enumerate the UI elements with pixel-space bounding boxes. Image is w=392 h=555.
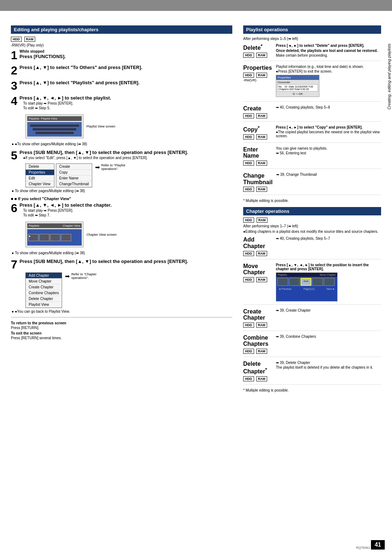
menu-enter-name: Enter Name <box>56 175 92 181</box>
step-2-main: Press [▲, ▼] to select "To Others" and p… <box>20 65 232 70</box>
step-4-main: Press [▲, ▼, ◄, ►] to select the playlis… <box>20 95 232 101</box>
ch-delete-hdd: HDD <box>243 376 254 381</box>
step-6-note1: To start play ➡ Press [ENTER]. <box>20 208 232 212</box>
op-delete-badges: HDD RAM <box>243 53 272 58</box>
op-delete-desc: Press [◄, ►] to select "Delete" and pres… <box>276 44 381 58</box>
step-7-main: Press [SUB MENU], then [▲, ▼] to select … <box>20 259 232 264</box>
step-4-note1: To start play ➡ Press [ENTER]. <box>20 101 232 105</box>
op-create-ram: RAM <box>256 113 268 118</box>
step-2-text: Press [▲, ▼] to select "To Others" and p… <box>20 65 232 70</box>
menu-create: Create <box>56 164 92 170</box>
ch-create-arrow: ➡ 39, Create Chapter <box>276 308 381 312</box>
chapter-menu-playlist: Playlist View <box>26 302 62 308</box>
ch-combine-ram: RAM <box>256 349 268 354</box>
op-change-thumbnail-desc: ➡ 39, Change Thumbnail <box>276 173 381 192</box>
left-column: Editing and playing playlists/chapters H… <box>11 25 236 530</box>
ch-op-create-label: CreateChapter HDD RAM <box>243 308 272 328</box>
footer-return-title: To return to the previous screen <box>11 321 232 325</box>
ch-op-move-label: MoveChapter HDD RAM <box>243 263 272 301</box>
step-1-label: While stopped <box>20 49 232 53</box>
step-5-note: ●If you select "Edit", press [▲, ▼] to s… <box>20 156 232 160</box>
ch-add-hdd: HDD <box>243 251 254 256</box>
menu-copy: Copy <box>56 170 92 175</box>
step-7-text: Press [SUB MENU], then [▲, ▼] to select … <box>20 259 232 264</box>
chapter-operations-section: Chapter operations HDD RAM After perform… <box>243 207 381 392</box>
step-7-number: 7 <box>11 259 17 270</box>
footer-divider <box>11 317 232 317</box>
rqt-number: RQT8361 <box>356 546 370 550</box>
ch-op-delete-desc: ➡ 39, Delete Chapter The playlist itself… <box>276 361 381 381</box>
ch-delete-ram: RAM <box>256 376 268 381</box>
move-chapter-mockup: PlaylistsMove Chapter Zone <box>276 272 338 301</box>
step-1-text: While stopped Press [FUNCTIONS]. <box>20 49 232 59</box>
op-delete: Delete* HDD RAM Press [◄, ►] to select "… <box>243 44 381 61</box>
ch-move-hdd: HDD <box>243 277 254 282</box>
menu-arrow-label: Refer to "Playlistoperations". <box>101 163 125 171</box>
properties-mockup: Properties Chronorder No. 10 Date 12/18/… <box>276 75 319 97</box>
ch-combine-badges: HDD RAM <box>243 349 272 354</box>
menu-properties: Properties <box>26 170 54 175</box>
op-enter-ram: RAM <box>256 161 268 166</box>
playlist-view-screen: Playlists Playlist View <box>25 114 83 138</box>
menu-arrow-area: ➡ Refer to "Playlistoperations". <box>95 163 125 171</box>
op-copy-desc-extra: ●The copied playlist becomes the newest … <box>276 130 381 138</box>
top-bar <box>0 0 392 11</box>
menu-edit: Edit <box>26 175 54 181</box>
op-copy-desc-bold: Press [◄, ►] to select "Copy" and press … <box>276 125 381 129</box>
right-column: Playlist operations After performing ste… <box>243 25 381 530</box>
step-1-main: Press [FUNCTIONS]. <box>20 54 232 59</box>
chapter-note: ●Editing chapters in a playlist does not… <box>243 230 381 234</box>
ch-op-move-desc: Press [▲, ▼, ◄, ►] to select the positio… <box>276 263 381 301</box>
step-7-back-note: ●You can go back to Playlist View. <box>11 309 232 313</box>
ch-add-ram: RAM <box>256 251 268 256</box>
ch-delete-arrow: ➡ 39, Delete Chapter <box>276 361 381 365</box>
menu-chapter-view: Chapter View <box>26 181 54 187</box>
ch-add-arrow: ➡ 40, Creating playlists, Step 5–7 <box>276 236 381 240</box>
chapter-footnote: * Multiple editing is possible. <box>243 388 381 392</box>
op-change-thumbnail-badges: HDD RAM <box>243 187 273 192</box>
op-delete-desc-note: Once deleted, the playlists are lost and… <box>276 49 381 53</box>
ch-create-hdd: HDD <box>243 323 254 328</box>
op-prop-rwvr: -RW(VR) <box>243 78 256 82</box>
op-delete-hdd: HDD <box>243 53 254 58</box>
menu-box-left: Delete Properties Edit Chapter View <box>25 163 54 187</box>
op-enter-name-title: EnterName <box>243 146 272 159</box>
playlist-operations-section: Playlist operations After performing ste… <box>243 25 381 203</box>
step-5-multi-note: To show other pages/Multiple editing (➡ … <box>11 189 232 193</box>
chapter-menu-arrow-label: Refer to "Chapteroperations". <box>71 272 97 280</box>
ch-combine-arrow: ➡ 39, Combine Chapters <box>276 335 381 339</box>
ch-combine-title: CombineChapters <box>243 335 272 347</box>
page-number: 41 <box>371 540 385 550</box>
op-enter-name-desc: You can give names to playlists. ➡ 56, E… <box>276 146 381 166</box>
ch-op-combine: CombineChapters HDD RAM ➡ 39, Combine Ch… <box>243 335 381 357</box>
op-enter-name: EnterName HDD RAM You can give names to … <box>243 146 381 169</box>
chapter-menu-arrow-area: ➡ Refer to "Chapteroperations". <box>65 272 97 280</box>
step-6-number: 6 <box>11 202 17 214</box>
left-section-header: Editing and playing playlists/chapters <box>11 25 232 34</box>
step-2: 2 Press [▲, ▼] to select "To Others" and… <box>11 65 232 76</box>
op-copy-desc: Press [◄, ►] to select "Copy" and press … <box>276 125 381 139</box>
ch-op-create-desc: ➡ 39, Create Chapter <box>276 308 381 328</box>
op-enter-name-label: EnterName HDD RAM <box>243 146 272 166</box>
chapter-after-note: After performing steps 1–7 (➡ left) <box>243 224 381 228</box>
ch-move-title: MoveChapter <box>243 263 272 276</box>
chapter-section-header: Chapter operations <box>243 207 381 215</box>
page: Editing and playing playlists/chapters H… <box>0 0 392 555</box>
op-properties-title: Properties <box>243 65 272 71</box>
op-prop-hdd: HDD <box>243 73 254 78</box>
step-5: 5 Press [SUB MENU], then [▲, ▼] to selec… <box>11 150 232 193</box>
step-3-main: Press [▲, ▼] to select "Playlists" and p… <box>20 80 232 85</box>
ch-ram: RAM <box>257 218 268 223</box>
ch-create-ram: RAM <box>256 323 268 328</box>
rwvr-note: -RW(VR) (Play only) <box>11 43 232 47</box>
ch-op-delete-label: DeleteChapter* HDD RAM <box>243 361 272 381</box>
ch-move-badges: HDD RAM <box>243 277 272 282</box>
op-create: Create HDD RAM ➡ 40, Creating playlists,… <box>243 105 381 122</box>
ch-move-bold: Press [▲, ▼, ◄, ►] to select the positio… <box>276 263 381 271</box>
op-copy-hdd: HDD <box>243 134 254 139</box>
playlist-after-note: After performing steps 1–5 (➡ left) <box>243 37 381 41</box>
op-create-label: Create HDD RAM <box>243 105 272 118</box>
chapter-badges-row: HDD RAM <box>243 218 381 223</box>
op-delete-ram: RAM <box>256 53 268 58</box>
ch-move-ram: RAM <box>256 277 268 282</box>
